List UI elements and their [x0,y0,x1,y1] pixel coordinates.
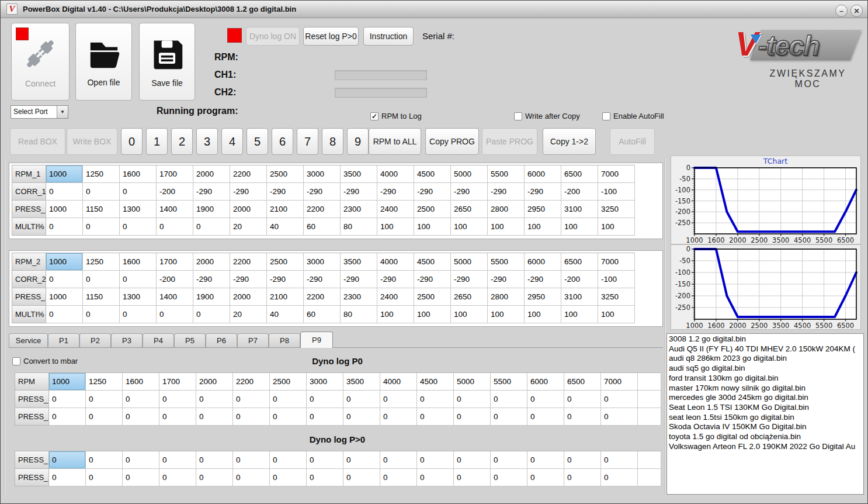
table-cell[interactable]: 0 [601,469,638,486]
tab-p7[interactable]: P7 [237,333,269,347]
table-cell[interactable]: 60 [304,218,341,236]
table-cell[interactable]: 0 [49,469,86,486]
table-cell[interactable]: 0 [343,469,380,486]
table-cell[interactable]: 0 [46,183,83,201]
checkbox-box[interactable] [514,112,522,120]
table-cell[interactable]: 100 [561,218,598,236]
table-cell[interactable]: 4000 [380,373,417,391]
table-cell[interactable]: 0 [343,408,380,426]
program-button-7[interactable]: 7 [297,128,318,155]
tab-p3[interactable]: P3 [111,333,143,347]
chevron-down-icon[interactable]: ▼ [57,106,68,118]
checkbox-box[interactable] [602,112,610,120]
program-button-2[interactable]: 2 [171,128,193,155]
table-cell[interactable]: 3000 [307,373,343,391]
table-cell[interactable]: 2650 [451,288,488,306]
table-cell[interactable]: 5500 [488,253,525,271]
table-cell[interactable]: 100 [598,218,635,236]
table-cell[interactable]: 0 [86,408,123,426]
table-cell[interactable]: 100 [488,218,525,236]
table-cell[interactable]: 0 [270,451,307,469]
table-cell[interactable]: -290 [304,183,341,201]
table-cell[interactable]: 20 [230,306,267,323]
table-cell[interactable]: 0 [491,451,527,469]
file-list-item[interactable]: mercedes gle 300d 245km go digital.bin [669,393,862,403]
table-cell[interactable]: 100 [377,306,414,323]
table-cell[interactable]: 0 [380,469,417,486]
program-button-0[interactable]: 0 [121,128,143,155]
table-cell[interactable]: 0 [343,451,380,469]
table-cell[interactable]: 20 [230,218,267,236]
table-cell[interactable]: 2200 [304,201,341,218]
table-cell[interactable]: 0 [196,391,233,408]
tab-p5[interactable]: P5 [174,333,206,347]
table-cell[interactable]: 0 [307,451,343,469]
table-cell[interactable]: 6500 [564,373,601,391]
table-cell[interactable]: 3250 [598,288,635,306]
table-cell[interactable]: 1400 [157,288,193,306]
file-list[interactable]: 3008 1.2 go digital.binAudi Q5 II (FY FL… [666,333,864,495]
table-cell[interactable]: -290 [267,271,304,288]
file-list-item[interactable]: 3008 1.2 go digital.bin [669,334,862,344]
program-button-1[interactable]: 1 [146,128,168,155]
table-cell[interactable]: 2400 [377,201,414,218]
table-cell[interactable]: 0 [417,451,454,469]
table-cell[interactable]: 3000 [304,165,341,183]
table-cell[interactable]: 1700 [157,165,193,183]
table-cell[interactable]: 3000 [304,253,341,271]
select-port-dropdown[interactable]: Select Port ▼ [11,105,68,119]
table-cell[interactable]: 0 [196,408,233,426]
table-cell[interactable]: 1250 [86,373,123,391]
table-cell[interactable]: 1150 [83,288,120,306]
table-cell[interactable]: 0 [123,391,159,408]
table-cell[interactable]: 0 [564,469,601,486]
file-list-item[interactable]: audi q8 286km 2023 go digital.bin [669,354,862,364]
table-cell[interactable]: 0 [454,451,491,469]
table-cell[interactable]: 1600 [120,165,157,183]
table-cell[interactable]: 7000 [598,253,635,271]
table-cell[interactable]: 0 [86,391,123,408]
rpm-to-all-button[interactable]: RPM to ALL [369,128,421,155]
table-cell[interactable]: 2200 [233,373,270,391]
table-cell[interactable]: 40 [267,218,304,236]
table-cell[interactable]: 2200 [230,253,267,271]
table-cell[interactable]: 5000 [451,165,488,183]
table-cell[interactable]: 1900 [193,201,230,218]
table-cell[interactable]: 1250 [83,165,120,183]
table-cell[interactable]: 6000 [525,253,561,271]
table-cell[interactable]: -290 [341,183,377,201]
tab-service[interactable]: Service [9,333,48,347]
table-cell[interactable]: 2000 [193,165,230,183]
table-cell[interactable]: 80 [341,306,377,323]
table-cell[interactable]: 80 [341,218,377,236]
save-file-button[interactable]: Save file [139,23,195,101]
table-cell[interactable]: 7000 [601,373,638,391]
file-list-item[interactable]: ford transit 130km go digital.bin [669,374,862,384]
table-cell[interactable]: 0 [380,408,417,426]
table-cell[interactable]: 4500 [414,253,451,271]
write-after-copy-checkbox[interactable]: Write after Copy [514,112,580,120]
program-button-5[interactable]: 5 [246,128,268,155]
table-cell[interactable]: 2200 [304,288,341,306]
tab-p2[interactable]: P2 [79,333,111,347]
table-cell[interactable]: 2300 [341,288,377,306]
table-cell[interactable]: 0 [46,218,83,236]
connect-button[interactable]: Connect [11,23,70,101]
table-cell[interactable]: 0 [86,451,123,469]
table-cell[interactable]: 2300 [341,201,377,218]
table-cell[interactable]: 0 [527,451,564,469]
table-cell[interactable]: 0 [491,408,527,426]
table-cell[interactable]: 0 [159,469,196,486]
table-cell[interactable]: 0 [159,408,196,426]
table-cell[interactable]: 0 [564,391,601,408]
table-cell[interactable]: 0 [120,271,157,288]
table-cell[interactable]: 0 [307,391,343,408]
table-cell[interactable]: 0 [120,218,157,236]
table-cell[interactable]: 2800 [488,201,525,218]
table-cell[interactable]: 0 [601,451,638,469]
table-cell[interactable]: 0 [417,469,454,486]
table-cell[interactable]: 0 [564,408,601,426]
table-cell[interactable]: 0 [527,391,564,408]
table-cell[interactable]: 0 [491,391,527,408]
table-cell[interactable]: 1000 [46,253,83,271]
